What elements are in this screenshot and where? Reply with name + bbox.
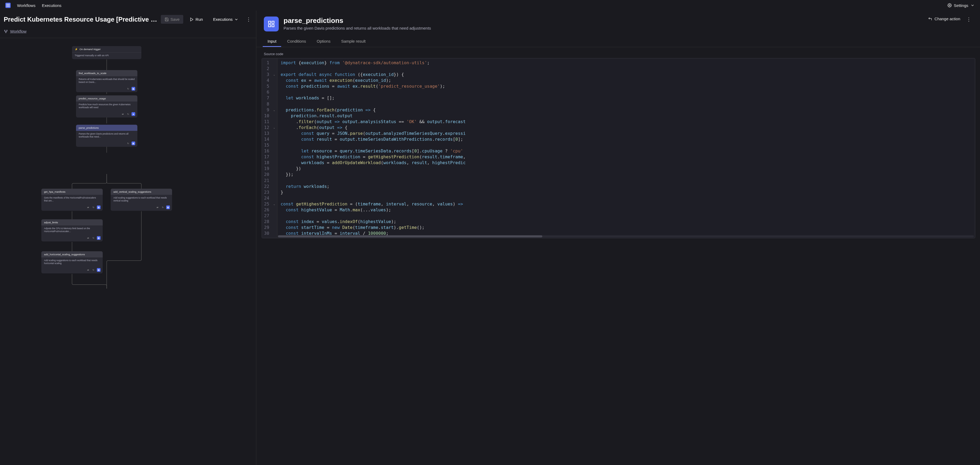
retry-icon: ↻ bbox=[161, 205, 165, 209]
app-logo-icon[interactable] bbox=[5, 3, 11, 8]
node-type-icon: ▦ bbox=[166, 205, 170, 209]
tab-conditions[interactable]: Conditions bbox=[282, 36, 311, 47]
save-icon bbox=[165, 17, 169, 22]
retry-icon: ↻ bbox=[126, 141, 130, 145]
nav-left: Workflows Executions bbox=[5, 3, 61, 8]
svg-point-4 bbox=[949, 5, 950, 6]
node-get-hpa[interactable]: get_hpa_manifests Gets the manifests of … bbox=[41, 189, 103, 211]
retry-icon: ↻ bbox=[126, 87, 130, 90]
node-type-icon: ▦ bbox=[132, 87, 135, 90]
scrollbar-thumb[interactable] bbox=[278, 235, 542, 237]
svg-rect-10 bbox=[272, 21, 274, 24]
settings-label: Settings bbox=[954, 3, 968, 8]
gear-icon bbox=[947, 3, 952, 8]
chevron-down-icon bbox=[234, 17, 239, 22]
node-find-workloads[interactable]: find_workloads_to_scale Returns all Kube… bbox=[76, 70, 137, 92]
chevron-down-icon bbox=[970, 3, 975, 8]
link-icon: ⇄ bbox=[86, 268, 90, 272]
link-icon: ⇄ bbox=[156, 205, 159, 209]
panel-tabs: Input Conditions Options Sample result bbox=[256, 32, 980, 47]
breadcrumb-row: Workflow bbox=[0, 27, 256, 38]
code-body[interactable]: import {execution} from '@dynatrace-sdk/… bbox=[277, 58, 975, 238]
play-icon bbox=[190, 17, 194, 22]
top-bar: Workflows Executions Settings bbox=[0, 0, 980, 11]
run-button[interactable]: Run bbox=[186, 15, 207, 24]
tab-options[interactable]: Options bbox=[312, 36, 335, 47]
action-type-icon bbox=[264, 16, 279, 32]
node-predict-resource[interactable]: predict_resource_usage Predicts how much… bbox=[76, 95, 137, 117]
more-menu-button[interactable]: ⋮ bbox=[245, 16, 252, 22]
nav-workflows[interactable]: Workflows bbox=[17, 3, 35, 8]
undo-icon bbox=[928, 17, 932, 21]
change-action-button[interactable]: Change action bbox=[928, 16, 960, 21]
link-icon: ⇄ bbox=[86, 205, 90, 209]
workflow-canvas[interactable]: ⚡On demand trigger Triggered manually or… bbox=[0, 38, 256, 458]
workflow-icon bbox=[4, 29, 8, 33]
panel-more-button[interactable]: ⋮ bbox=[965, 16, 972, 22]
retry-icon: ↻ bbox=[126, 112, 130, 116]
code-editor[interactable]: 1 2 3 ⌄4 5 6 7 8 9 ⌄10 11 12 ⌄13 14 15 1… bbox=[262, 58, 975, 238]
nav-right: Settings bbox=[947, 3, 975, 8]
panel-header: parse_predictions Parses the given Davis… bbox=[256, 11, 980, 32]
svg-marker-5 bbox=[191, 18, 193, 21]
node-trigger[interactable]: ⚡On demand trigger Triggered manually or… bbox=[72, 46, 142, 59]
tab-sample-result[interactable]: Sample result bbox=[336, 36, 371, 47]
svg-rect-12 bbox=[272, 24, 274, 27]
node-type-icon: ▦ bbox=[132, 141, 135, 145]
tab-input[interactable]: Input bbox=[263, 36, 281, 47]
svg-point-7 bbox=[7, 30, 8, 31]
node-type-icon: ▦ bbox=[97, 236, 100, 240]
node-type-icon: ▦ bbox=[97, 268, 100, 272]
svg-rect-1 bbox=[8, 4, 10, 5]
settings-button[interactable]: Settings bbox=[947, 3, 975, 8]
svg-point-8 bbox=[6, 32, 6, 33]
svg-rect-3 bbox=[8, 6, 10, 7]
node-adjust-limits[interactable]: adjust_limits Adjusts the CPU & Memory l… bbox=[41, 219, 103, 241]
horizontal-scrollbar[interactable] bbox=[278, 235, 974, 237]
source-code-label: Source code bbox=[256, 47, 980, 58]
svg-rect-0 bbox=[7, 4, 8, 5]
svg-rect-9 bbox=[269, 21, 271, 24]
node-type-icon: ▦ bbox=[97, 205, 100, 209]
retry-icon: ↻ bbox=[91, 268, 95, 272]
panel-title: parse_predictions bbox=[283, 16, 923, 25]
svg-rect-11 bbox=[269, 24, 271, 27]
save-button[interactable]: Save bbox=[161, 15, 183, 24]
workflow-header: Predict Kubernetes Resource Usage [Predi… bbox=[0, 11, 256, 27]
workflow-title: Predict Kubernetes Resource Usage [Predi… bbox=[4, 16, 158, 23]
line-gutter: 1 2 3 ⌄4 5 6 7 8 9 ⌄10 11 12 ⌄13 14 15 1… bbox=[262, 58, 277, 238]
node-add-horizontal[interactable]: add_horizontal_scaling_suggestions Add s… bbox=[41, 251, 103, 273]
link-icon: ⇄ bbox=[86, 236, 90, 240]
executions-dropdown[interactable]: Executions bbox=[209, 15, 242, 24]
breadcrumb-workflow[interactable]: Workflow bbox=[10, 29, 26, 33]
retry-icon: ↻ bbox=[91, 236, 95, 240]
node-parse-predictions[interactable]: parse_predictions Parses the given Davis… bbox=[76, 125, 137, 147]
retry-icon: ↻ bbox=[91, 205, 95, 209]
node-add-vertical[interactable]: add_vertical_scaling_suggestions Add sca… bbox=[111, 189, 172, 211]
svg-rect-2 bbox=[7, 6, 8, 7]
node-type-icon: ◈ bbox=[132, 112, 135, 116]
workflow-pane: Predict Kubernetes Resource Usage [Predi… bbox=[0, 11, 256, 465]
nav-executions[interactable]: Executions bbox=[42, 3, 61, 8]
details-pane: parse_predictions Parses the given Davis… bbox=[256, 11, 980, 465]
bolt-icon: ⚡ bbox=[75, 48, 78, 51]
svg-point-6 bbox=[5, 30, 5, 31]
panel-subtitle: Parses the given Davis predictions and r… bbox=[283, 26, 923, 30]
link-icon: ⇄ bbox=[121, 112, 124, 116]
